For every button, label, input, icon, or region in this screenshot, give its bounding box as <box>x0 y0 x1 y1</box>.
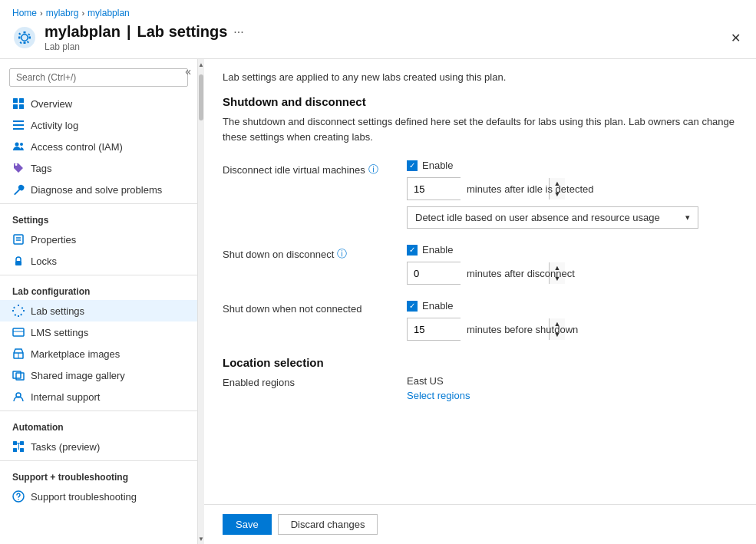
svg-rect-5 <box>13 120 24 122</box>
sidebar-item-lab-settings[interactable]: Lab settings <box>0 300 197 321</box>
svg-rect-25 <box>13 448 17 452</box>
shutdown-disconnect-unit: minutes after disconnect <box>467 268 575 279</box>
search-input[interactable] <box>9 68 188 87</box>
sidebar-item-label: LMS settings <box>31 327 88 338</box>
sidebar-item-activity-log[interactable]: Activity log <box>0 114 197 136</box>
breadcrumb: Home › mylabrg › mylabplan <box>12 8 130 18</box>
marketplace-icon <box>12 348 25 360</box>
sidebar-item-access-control[interactable]: Access control (IAM) <box>0 136 197 157</box>
sidebar-item-overview[interactable]: Overview <box>0 93 197 114</box>
list-icon <box>12 119 25 131</box>
disconnect-idle-info-icon[interactable]: ⓘ <box>368 163 378 176</box>
enabled-regions-value: East US <box>407 375 470 387</box>
svg-rect-1 <box>13 98 18 103</box>
disconnect-idle-spinner: ▲ ▼ <box>407 177 461 200</box>
people-icon <box>12 140 25 153</box>
svg-rect-6 <box>13 124 24 126</box>
shutdown-not-connected-label: Shut down when not connected <box>223 300 407 315</box>
scroll-down-arrow[interactable]: ▼ <box>198 533 204 544</box>
shutdown-not-connected-time-row: ▲ ▼ minutes before shutdown <box>407 318 738 341</box>
shutdown-not-connected-row: Shut down when not connected Enable ▲ <box>223 300 738 341</box>
breadcrumb-mylabrg[interactable]: mylabrg <box>46 8 79 18</box>
sidebar-item-marketplace-images[interactable]: Marketplace images <box>0 343 197 364</box>
sidebar-item-lms-settings[interactable]: LMS settings <box>0 321 197 343</box>
shutdown-section: Shutdown and disconnect The shutdown and… <box>223 95 738 341</box>
sidebar-item-properties[interactable]: Properties <box>0 229 197 250</box>
sidebar-divider-1 <box>0 203 197 204</box>
tag-icon <box>12 162 25 174</box>
shutdown-disconnect-time-row: ▲ ▼ minutes after disconnect <box>407 262 738 285</box>
grid-icon <box>12 97 25 110</box>
shutdown-not-connected-spinner: ▲ ▼ <box>407 318 461 341</box>
svg-rect-4 <box>19 104 24 109</box>
svg-rect-7 <box>13 128 24 130</box>
shutdown-disconnect-label: Shut down on disconnect ⓘ <box>223 244 407 261</box>
disconnect-idle-enable-row: Enable <box>407 160 738 171</box>
svg-rect-10 <box>14 235 23 244</box>
sidebar-item-support-troubleshooting[interactable]: Support troubleshooting <box>0 486 197 507</box>
automation-section-label: Automation <box>0 414 197 436</box>
lms-icon <box>12 326 25 338</box>
close-button[interactable]: ✕ <box>728 28 744 48</box>
sidebar-item-label: Marketplace images <box>31 348 120 360</box>
disconnect-idle-enable-label: Enable <box>422 160 453 171</box>
shutdown-disconnect-enable-row: Enable <box>407 244 738 256</box>
shutdown-not-connected-checkbox[interactable] <box>407 301 418 312</box>
shutdown-disconnect-checkbox[interactable] <box>407 245 418 256</box>
select-regions-link[interactable]: Select regions <box>407 390 470 401</box>
shutdown-section-title: Shutdown and disconnect <box>223 95 738 108</box>
gear-icon <box>12 305 25 317</box>
svg-point-9 <box>20 143 23 146</box>
resource-name: mylabplan <box>45 23 120 41</box>
sidebar-item-internal-support[interactable]: Internal support <box>0 386 197 407</box>
breadcrumb-sep2: › <box>81 8 84 18</box>
header-title: mylabplan | Lab settings ··· <box>45 23 728 41</box>
resource-type: Lab plan <box>45 41 728 52</box>
sidebar-item-label: Locks <box>31 256 57 267</box>
enabled-regions-values: East US Select regions <box>407 375 470 401</box>
header-ellipsis[interactable]: ··· <box>233 25 243 39</box>
lab-plan-icon <box>12 25 37 50</box>
internal-support-icon <box>12 391 25 403</box>
svg-point-0 <box>14 27 35 48</box>
breadcrumb-sep1: › <box>40 8 43 18</box>
sidebar-item-label: Internal support <box>31 391 100 403</box>
scroll-up-arrow[interactable]: ▲ <box>198 59 204 70</box>
breadcrumb-home[interactable]: Home <box>12 8 37 18</box>
shutdown-section-desc: The shutdown and disconnect settings def… <box>223 114 738 144</box>
shutdown-disconnect-spinner: ▲ ▼ <box>407 262 461 285</box>
lab-config-section-label: Lab configuration <box>0 279 197 300</box>
shutdown-disconnect-info-icon[interactable]: ⓘ <box>337 247 347 261</box>
sidebar-item-tags[interactable]: Tags <box>0 157 197 179</box>
chevron-down-icon: ▾ <box>685 213 690 223</box>
sidebar-divider-4 <box>0 460 197 461</box>
svg-rect-3 <box>13 104 18 109</box>
scroll-track: ▲ ▼ <box>198 59 204 544</box>
shutdown-not-connected-enable-row: Enable <box>407 300 738 312</box>
scroll-thumb[interactable] <box>199 74 203 120</box>
save-button[interactable]: Save <box>223 514 272 535</box>
header-title-group: mylabplan | Lab settings ··· Lab plan <box>45 23 728 52</box>
location-section-title: Location selection <box>223 356 738 369</box>
sidebar-search-container <box>9 68 188 87</box>
content-footer: Save Discard changes <box>204 504 756 544</box>
idle-detection-dropdown[interactable]: Detect idle based on user absence and re… <box>407 206 698 229</box>
sidebar-item-label: Support troubleshooting <box>31 491 137 503</box>
breadcrumb-mylabplan[interactable]: mylabplan <box>87 8 130 18</box>
svg-point-28 <box>18 499 19 500</box>
enabled-regions-row: Enabled regions East US Select regions <box>223 375 738 401</box>
shutdown-not-connected-enable-label: Enable <box>422 300 453 312</box>
disconnect-idle-checkbox[interactable] <box>407 160 418 171</box>
discard-changes-button[interactable]: Discard changes <box>278 514 378 535</box>
sidebar-item-tasks[interactable]: Tasks (preview) <box>0 436 197 457</box>
shutdown-disconnect-enable-label: Enable <box>422 244 453 256</box>
shutdown-disconnect-row: Shut down on disconnect ⓘ Enable <box>223 244 738 285</box>
sidebar-item-locks[interactable]: Locks <box>0 250 197 272</box>
sidebar-item-shared-image-gallery[interactable]: Shared image gallery <box>0 364 197 386</box>
shutdown-disconnect-controls: Enable ▲ ▼ minutes after disconnect <box>407 244 738 285</box>
sidebar-collapse-button[interactable]: « <box>185 65 191 77</box>
tasks-icon <box>12 440 25 453</box>
sidebar-item-diagnose[interactable]: Diagnose and solve problems <box>0 179 197 200</box>
sidebar: « Overview Activity log Access control (… <box>0 59 198 544</box>
sidebar-divider-3 <box>0 410 197 411</box>
